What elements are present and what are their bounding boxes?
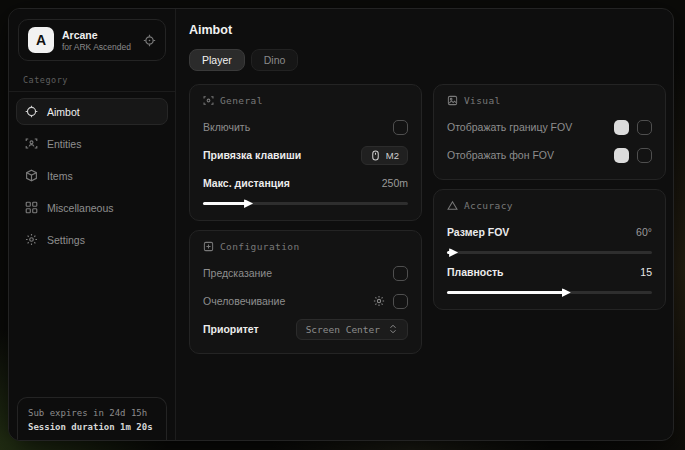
sidebar-item-label: Items [47, 170, 73, 182]
fov-border-color-swatch[interactable] [614, 120, 629, 135]
session-duration-text: Session duration 1m 20s [28, 422, 156, 432]
sidebar-item-aimbot[interactable]: Aimbot [16, 98, 168, 125]
sidebar-item-items[interactable]: Items [16, 162, 168, 189]
subscription-footer: Sub expires in 24d 15h Session duration … [17, 397, 167, 441]
brand-card: A Arcane for ARK Ascended [18, 19, 166, 61]
fov-size-slider-thumb[interactable] [449, 248, 458, 257]
smoothness-slider-fill [447, 291, 564, 294]
keybind-row: Привязка клавиши M2 [203, 143, 408, 167]
category-label: Category [23, 75, 175, 85]
distance-slider-thumb[interactable] [244, 199, 253, 208]
app-window: A Arcane for ARK Ascended Category [8, 8, 674, 441]
distance-label: Макс. дистанция [203, 177, 290, 189]
general-panel-header: General [203, 95, 408, 106]
fov-background-row: Отображать фон FOV [447, 143, 652, 167]
humanization-controls [373, 294, 408, 309]
distance-slider-fill [203, 202, 246, 205]
keybind-button[interactable]: M2 [361, 146, 408, 165]
sidebar-item-label: Entities [47, 138, 81, 150]
fov-size-row: Размер FOV 60° [447, 220, 652, 244]
smoothness-slider[interactable] [447, 291, 652, 294]
panel-columns: General Включить Привязка клавиши [189, 84, 666, 354]
configuration-panel-header: Configuration [203, 241, 408, 252]
sidebar-nav: Aimbot Entities Items [9, 98, 175, 253]
fov-size-slider[interactable] [447, 251, 652, 254]
enable-row: Включить [203, 115, 408, 139]
panel-title: Visual [464, 95, 501, 106]
tab-player[interactable]: Player [189, 49, 245, 71]
prediction-checkbox[interactable] [393, 266, 408, 281]
smoothness-label: Плавность [447, 266, 504, 278]
humanization-gear-icon[interactable] [373, 295, 385, 307]
sidebar-item-settings[interactable]: Settings [16, 226, 168, 253]
humanization-label: Очеловечивание [203, 295, 285, 307]
enable-label: Включить [203, 121, 250, 133]
visual-panel: Visual Отображать границу FOV Отображать… [433, 84, 666, 180]
sub-expires-text: Sub expires in 24d 15h [28, 408, 156, 418]
select-chevrons-icon [388, 324, 398, 334]
sidebar-item-entities[interactable]: Entities [16, 130, 168, 157]
keybind-label: Привязка клавиши [203, 149, 301, 161]
main-content: Aimbot Player Dino General [176, 9, 674, 440]
visual-panel-header: Visual [447, 95, 652, 106]
distance-value: 250m [382, 177, 408, 189]
distance-slider[interactable] [203, 202, 408, 205]
right-column: Visual Отображать границу FOV Отображать… [433, 84, 666, 310]
distance-row: Макс. дистанция 250m [203, 171, 408, 195]
crosshair-icon [25, 105, 38, 118]
scan-person-icon [25, 137, 38, 150]
prediction-label: Предсказание [203, 267, 272, 279]
mouse-icon [370, 150, 381, 161]
tab-bar: Player Dino [189, 49, 666, 71]
target-icon[interactable] [143, 34, 156, 47]
keybind-value: M2 [386, 150, 399, 161]
scan-icon [203, 95, 214, 106]
priority-select[interactable]: Screen Center [296, 319, 408, 340]
fov-background-label: Отображать фон FOV [447, 149, 554, 161]
tab-dino[interactable]: Dino [251, 49, 299, 71]
fov-size-label: Размер FOV [447, 226, 509, 238]
general-panel: General Включить Привязка клавиши [189, 84, 422, 221]
gear-icon [25, 233, 38, 246]
accuracy-panel-header: Accuracy [447, 200, 652, 211]
fov-border-checkbox[interactable] [637, 120, 652, 135]
smoothness-slider-thumb[interactable] [562, 288, 571, 297]
tune-icon [203, 241, 214, 252]
panel-title: Accuracy [464, 200, 513, 211]
smoothness-row: Плавность 15 [447, 260, 652, 284]
smoothness-value: 15 [640, 266, 652, 278]
sidebar-item-label: Settings [47, 234, 85, 246]
priority-value: Screen Center [306, 324, 380, 335]
fov-background-controls [614, 148, 652, 163]
prediction-row: Предсказание [203, 261, 408, 285]
humanization-checkbox[interactable] [393, 294, 408, 309]
fov-border-label: Отображать границу FOV [447, 121, 572, 133]
panel-title: General [220, 95, 263, 106]
brand-title: Arcane [62, 29, 135, 41]
humanization-row: Очеловечивание [203, 289, 408, 313]
sidebar-divider [9, 91, 175, 92]
sidebar-item-label: Aimbot [47, 106, 80, 118]
fov-background-color-swatch[interactable] [614, 148, 629, 163]
brand-subtitle: for ARK Ascended [62, 42, 135, 52]
image-icon [447, 95, 458, 106]
accuracy-panel: Accuracy Размер FOV 60° Плавность 15 [433, 189, 666, 310]
enable-checkbox[interactable] [393, 120, 408, 135]
fov-border-row: Отображать границу FOV [447, 115, 652, 139]
page-title: Aimbot [189, 23, 666, 37]
priority-label: Приоритет [203, 323, 259, 335]
configuration-panel: Configuration Предсказание Очеловечивани… [189, 230, 422, 354]
fov-border-controls [614, 120, 652, 135]
left-column: General Включить Привязка клавиши [189, 84, 422, 354]
brand-logo: A [28, 27, 54, 53]
sidebar-item-miscellaneous[interactable]: Miscellaneous [16, 194, 168, 221]
fov-size-value: 60° [636, 226, 652, 238]
box-icon [25, 169, 38, 182]
grid-icon [25, 201, 38, 214]
panel-title: Configuration [220, 241, 300, 252]
priority-row: Приоритет Screen Center [203, 317, 408, 341]
sidebar-item-label: Miscellaneous [47, 202, 114, 214]
brand-text: Arcane for ARK Ascended [62, 29, 135, 52]
fov-background-checkbox[interactable] [637, 148, 652, 163]
sidebar: A Arcane for ARK Ascended Category [9, 9, 176, 440]
